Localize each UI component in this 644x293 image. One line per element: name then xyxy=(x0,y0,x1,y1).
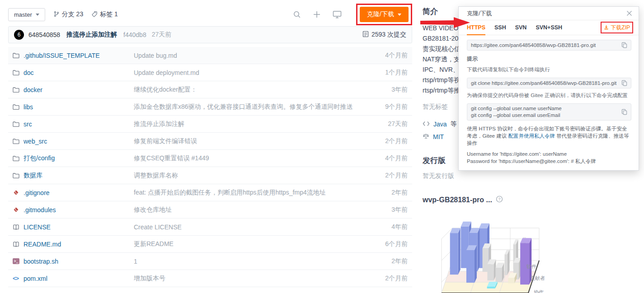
file-commit-time: 4年前 xyxy=(366,223,408,231)
file-name-link[interactable]: libs xyxy=(24,103,134,111)
clone-command-text: git clone https://gitee.com/pan648540858… xyxy=(471,80,618,86)
table-row: src 推流停止添加注解 27天前 xyxy=(8,116,412,133)
file-name-link[interactable]: .gitignore xyxy=(24,189,134,196)
file-name-link[interactable]: pom.xml xyxy=(24,275,134,282)
avatar: 6 xyxy=(14,30,24,40)
file-commit-time: 2个月前 xyxy=(366,137,408,145)
file-name-link[interactable]: LICENSE xyxy=(24,223,134,231)
copy-icon[interactable] xyxy=(621,80,627,86)
protocol-tabs: HTTPS SSH SVN SVN+SSH 下载ZIP xyxy=(459,20,639,35)
code-icon: <> xyxy=(13,275,24,282)
file-commit-message-link[interactable]: 推流停止添加注解 xyxy=(134,120,366,128)
repo-url-value: https://gitee.com/pan648540858/wvp-GB281… xyxy=(471,42,618,48)
table-row: >_ bootstrap.sh 1 2年前 xyxy=(8,253,412,270)
code-icon xyxy=(423,121,430,128)
download-icon[interactable] xyxy=(604,23,609,32)
file-name-link[interactable]: 打包/config xyxy=(24,154,134,163)
config-command-box: git config --global user.name userName g… xyxy=(467,103,631,121)
main-column: master 分支 23 标签 1 克隆/下载 6 648540858 推流停止… xyxy=(8,6,412,287)
branches-link[interactable]: 分支 23 xyxy=(53,10,83,19)
folder-icon xyxy=(13,138,24,144)
folder-icon xyxy=(13,121,24,127)
folder-icon xyxy=(13,87,24,93)
file-commit-message-link[interactable]: Update bug.md xyxy=(134,52,366,59)
file-commit-time: 1个月前 xyxy=(366,69,408,77)
folder-icon xyxy=(13,52,24,59)
clone-download-button[interactable]: 克隆/下载 xyxy=(360,7,409,22)
close-icon[interactable] xyxy=(626,10,632,16)
table-row: <> pom.xml 增加版本号 2个月前 xyxy=(8,270,412,287)
file-commit-message-link[interactable]: 继续优化docker配置： xyxy=(134,86,366,94)
commit-author-link[interactable]: 648540858 xyxy=(28,31,60,38)
commit-hash-link[interactable]: f440db8 xyxy=(123,31,146,38)
https-note: 使用 HTTPS 协议时，命令行会出现如下账号密码验证步骤。基于安全考虑，Git… xyxy=(467,125,630,147)
tags-link[interactable]: 标签 1 xyxy=(91,10,118,19)
language-link[interactable]: Java xyxy=(433,121,447,128)
folder-icon xyxy=(13,155,24,162)
commits-count-link[interactable]: 2593 次提交 xyxy=(362,31,406,39)
branch-selector[interactable]: master xyxy=(8,8,45,21)
download-zip-button[interactable]: 下载ZIP xyxy=(611,24,630,32)
file-commit-time: 4个月前 xyxy=(366,154,408,163)
repo-url-field[interactable]: https://gitee.com/pan648540858/wvp-GB281… xyxy=(467,40,631,51)
annotation-arrow xyxy=(420,17,471,30)
tab-svn-ssh[interactable]: SVN+SSH xyxy=(536,20,562,35)
file-commit-message-link[interactable]: 1 xyxy=(134,258,366,265)
file-commit-time: 9个月前 xyxy=(366,103,408,111)
file-commit-message-link[interactable]: 添加金仓数据库x86驱动，优化兼容接口通道列表查询。修复多个通道同时推送 xyxy=(134,103,366,111)
file-commit-time: 4个月前 xyxy=(366,51,408,60)
license-link[interactable]: MIT xyxy=(433,133,444,140)
dialog-title: 克隆/下载 xyxy=(467,9,492,18)
file-commit-message-link[interactable]: 增加版本号 xyxy=(134,274,366,283)
file-name-link[interactable]: src xyxy=(24,121,134,128)
file-commit-time: 2年前 xyxy=(366,189,408,197)
file-name-link[interactable]: .github/ISSUE_TEMPLATE xyxy=(24,52,134,59)
file-commit-message-link[interactable]: 修复前端文件编译错误 xyxy=(134,137,366,145)
file-name-link[interactable]: doc xyxy=(24,69,134,76)
file-commit-message-link[interactable]: 修复CSEQ重置错误 #1449 xyxy=(134,154,366,163)
table-row: 打包/config 修复CSEQ重置错误 #1449 4个月前 xyxy=(8,150,412,167)
hint-label: 提示 xyxy=(467,55,630,63)
table-row: .gitignore feat: 点播开始后的截图任务，判断启用https后使用… xyxy=(8,184,412,201)
branch-selector-value: master xyxy=(14,11,32,18)
personal-token-link[interactable]: 配置并使用私人令牌 xyxy=(508,133,555,139)
tab-svn[interactable]: SVN xyxy=(515,20,527,35)
file-commit-message-link[interactable]: feat: 点播开始后的截图任务，判断启用https后使用https_fmp4流… xyxy=(134,189,366,197)
file-commit-message-link[interactable]: 更新README xyxy=(134,240,366,248)
repo-metrics-chart: 生产力 创新力 稳健性 协作 贡献者 软件 xyxy=(423,211,558,293)
table-row: README.md 更新README 6个月前 xyxy=(8,236,412,253)
repo-toolbar: master 分支 23 标签 1 克隆/下载 xyxy=(8,6,412,23)
monitor-icon[interactable] xyxy=(333,10,342,19)
branches-label: 分支 23 xyxy=(62,10,83,19)
table-row: .gitmodules 修改仓库地址 3年前 xyxy=(8,201,412,219)
help-question-icon[interactable]: ? xyxy=(496,195,503,205)
plus-icon[interactable] xyxy=(313,10,321,19)
svg-text:贡献者: 贡献者 xyxy=(530,275,545,281)
file-name-link[interactable]: docker xyxy=(24,86,134,93)
file-commit-time: 2个月前 xyxy=(366,172,408,180)
file-name-link[interactable]: 数据库 xyxy=(24,172,134,180)
annotation-download-zip-highlight: 下载ZIP xyxy=(601,22,633,33)
file-name-link[interactable]: README.md xyxy=(24,241,134,248)
file-name-link[interactable]: web_src xyxy=(24,138,134,145)
copy-icon[interactable] xyxy=(621,42,627,48)
tags-label: 标签 1 xyxy=(100,10,118,19)
file-commit-message-link[interactable]: Create LICENSE xyxy=(134,223,366,231)
no-releases-text: 暂无发行版 xyxy=(423,172,551,180)
table-row: libs 添加金仓数据库x86驱动，优化兼容接口通道列表查询。修复多个通道同时推… xyxy=(8,98,412,116)
file-commit-message-link[interactable]: 修改仓库地址 xyxy=(134,206,366,214)
copy-icon[interactable] xyxy=(621,109,627,115)
file-table: .github/ISSUE_TEMPLATE Update bug.md 4个月… xyxy=(8,47,412,287)
folder-icon xyxy=(13,70,24,76)
tab-ssh[interactable]: SSH xyxy=(494,20,506,35)
search-icon[interactable] xyxy=(293,10,301,19)
file-commit-time: 27天前 xyxy=(366,120,408,128)
file-commit-message-link[interactable]: 调整数据库名称 xyxy=(134,172,366,180)
chevron-down-icon xyxy=(36,14,39,16)
shell-icon: >_ xyxy=(13,258,24,264)
commit-message-link[interactable]: 推流停止添加注解 xyxy=(66,31,117,39)
file-name-link[interactable]: .gitmodules xyxy=(24,206,134,214)
file-name-link[interactable]: bootstrap.sh xyxy=(24,258,134,265)
svg-text:?: ? xyxy=(498,197,500,201)
file-commit-message-link[interactable]: Update deployment.md xyxy=(134,69,366,76)
